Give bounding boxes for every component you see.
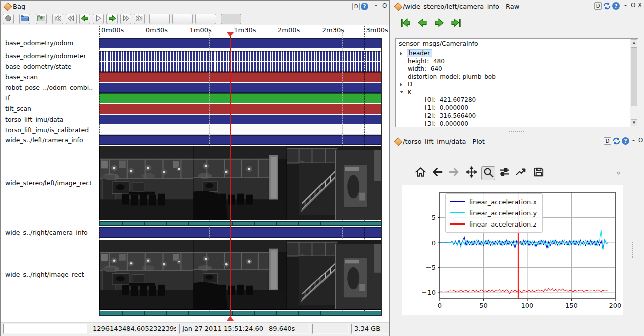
help-icon[interactable]: ? [361,3,368,10]
topic-band-solid[interactable] [99,83,381,93]
record-button[interactable] [3,14,14,24]
playhead-marker-top[interactable] [227,32,234,37]
help-icon[interactable]: ? [622,137,629,145]
next-message-button[interactable] [433,17,446,30]
plot-panel-title: /torso_lift_imu/data__Plot [403,138,485,145]
save-button[interactable] [532,166,545,179]
pan-button[interactable] [465,166,478,179]
topic-band-solid[interactable] [99,227,381,238]
zoom-button[interactable] [481,166,495,180]
plot-panel-titlebar[interactable]: /torso_lift_imu/data__Plot D ? - O X [390,135,644,147]
fast-forward-button[interactable] [120,14,131,24]
minimize-button[interactable]: - [632,137,635,144]
collapse-icon[interactable] [400,91,404,93]
message-tree[interactable]: headerheight: 480width: 640distortion_mo… [396,49,630,127]
tree-row-text: K [408,89,412,96]
open-button[interactable] [19,14,30,24]
topic-band-solid[interactable] [99,135,381,145]
refresh-icon[interactable] [612,137,621,147]
tree-row[interactable]: height: 480 [396,58,622,66]
first-message-button[interactable] [399,17,412,30]
legend-entry: linear_acceleration.x [450,196,537,207]
customize-button[interactable] [514,166,527,179]
skip-start-button[interactable] [52,14,63,24]
undock-button[interactable]: O [638,137,643,144]
topic-band-solid[interactable] [99,72,381,82]
minimize-button[interactable]: - [375,2,377,9]
overview-tick [166,222,167,225]
tree-row[interactable]: header [396,50,622,58]
message-scrollbar[interactable]: ▲ ▼ [630,39,638,127]
dock-button[interactable]: D [604,137,611,145]
toolbar-separator [529,168,529,178]
topic-band-striped[interactable] [99,62,381,72]
overview-tick [144,222,145,225]
bag-size-box: 3.34 GB [351,324,388,334]
playhead-marker-bottom[interactable] [227,316,234,321]
timeline-overview-bar[interactable] [99,221,381,226]
vertical-splitter-handle[interactable] [632,242,633,258]
scroll-down-icon[interactable]: ▼ [631,119,637,126]
blank-button[interactable] [195,14,216,24]
panel-splitter-handle[interactable] [509,131,524,132]
rewind-button[interactable] [66,14,77,24]
scroll-up-icon[interactable]: ▲ [631,39,637,46]
last-message-button[interactable] [449,17,462,30]
legend-line-sample [450,223,465,225]
blank-pressed-button[interactable] [221,14,241,24]
refresh-icon[interactable] [603,2,611,12]
tree-row[interactable]: D [396,81,622,89]
home-button[interactable] [414,166,427,179]
close-button[interactable]: X [638,2,642,9]
topic-band-solid[interactable] [99,115,381,124]
scrollbar-thumb[interactable] [631,47,637,106]
topic-band-empty[interactable] [99,125,381,135]
tree-row[interactable]: distortion_model: plumb_bob [396,73,622,81]
undock-button[interactable]: O [382,2,387,9]
topic-band-solid[interactable] [99,38,381,48]
toolbar-overflow-chevron[interactable]: » [616,169,621,177]
prev-green-button[interactable] [79,14,90,24]
save-export-button[interactable] [36,14,47,24]
timeline-overview-bar[interactable] [99,311,381,316]
blank-button[interactable] [149,14,170,24]
topic-band-image[interactable] [99,240,381,310]
subplots-button[interactable] [498,166,511,179]
topic-band-solid[interactable] [99,104,381,114]
overview-tick [343,311,343,315]
undock-button[interactable]: O [631,2,635,9]
rqt-application: Bag D ? - O 0m00s0m30s1m00s1m30s2m00s2m3… [0,0,644,336]
back-button[interactable] [431,166,444,179]
tree-row[interactable]: [0]: 421.607280 [396,96,622,104]
topic-band-solid[interactable] [99,93,381,103]
expand-icon[interactable] [400,83,402,87]
timeline-bands[interactable] [1,25,389,317]
previous-message-button[interactable] [416,17,429,30]
topic-band-image[interactable] [99,146,381,220]
plot-figure[interactable]: 05010015020050−5−10 linear_acceleration.… [402,185,623,315]
bag-titlebar[interactable]: Bag D ? - O [1,1,389,14]
tree-row[interactable]: width: 640 [396,65,622,73]
tree-row[interactable]: K [396,89,622,97]
skip-end-button[interactable] [134,14,145,24]
legend-label: linear_acceleration.x [469,198,537,206]
dock-button[interactable]: D [594,2,602,10]
help-icon[interactable]: ? [612,2,620,10]
first-message-icon [400,17,412,30]
dock-button[interactable]: D [352,3,360,10]
raw-panel-titlebar[interactable]: /wide_stereo/left/camera_info__Raw D ? -… [390,0,644,12]
playhead-line[interactable] [230,36,231,316]
tree-row[interactable]: [3]: 0.000000 [396,120,622,128]
play-button[interactable] [93,14,104,24]
expand-icon[interactable] [400,52,402,56]
tree-row[interactable]: [2]: 316.566400 [396,112,622,120]
message-view[interactable]: sensor_msgs/CameraInfo headerheight: 480… [395,38,638,127]
tree-row[interactable]: [1]: 0.000000 [396,104,622,113]
topic-band-striped[interactable] [99,51,381,61]
legend-entry: linear_acceleration.y [450,207,537,218]
minimize-button[interactable]: - [624,2,627,9]
blank-button[interactable] [172,14,193,24]
overview-tick [122,222,123,225]
overview-tick [365,311,365,315]
next-green-button[interactable] [106,14,118,24]
